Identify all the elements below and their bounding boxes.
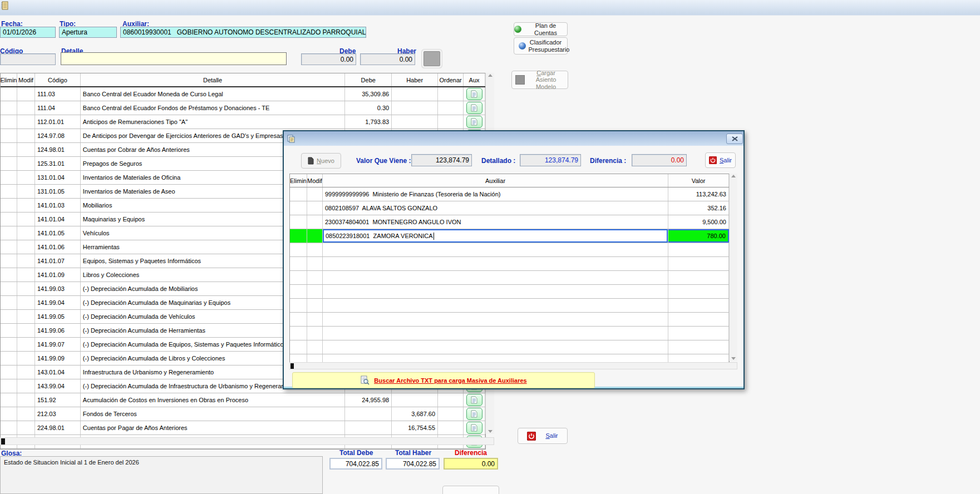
tipo-input[interactable]: Apertura <box>59 27 117 38</box>
cell <box>1 240 17 254</box>
cell <box>290 215 307 229</box>
table-row[interactable]: 111.04Banco Central del Ecuador Fondos d… <box>1 101 485 115</box>
aux-cell <box>464 407 485 421</box>
table-row[interactable]: 212.03Fondos de Terceros3,687.60 <box>1 407 485 421</box>
cell <box>17 352 35 365</box>
cell <box>17 185 35 198</box>
nuevo-button[interactable]: Nuevo <box>301 153 341 169</box>
buscar-txt-bar[interactable]: Buscar Archivo TXT para carga Masiva de … <box>292 372 595 388</box>
scroll-up-icon <box>488 74 493 77</box>
cell <box>17 254 35 268</box>
table-row[interactable]: 151.92Acumulación de Costos en Inversion… <box>1 393 485 407</box>
main-hscrollbar[interactable] <box>0 437 494 445</box>
cell: Banco Central del Ecuador Fondos de Prés… <box>81 101 345 115</box>
cell: 24,955.98 <box>345 393 392 407</box>
aux-button[interactable] <box>466 88 482 100</box>
modal-salir-button[interactable]: Salir <box>705 152 736 168</box>
doc-icon <box>471 118 477 126</box>
glosa-textarea[interactable]: Estado de Situacion Inicial al 1 de Ener… <box>0 456 323 494</box>
cell: 16,754.55 <box>392 421 438 434</box>
cell: 141.99.04 <box>35 296 81 309</box>
cell <box>1 421 17 434</box>
cell <box>1 199 17 212</box>
close-icon <box>732 136 738 141</box>
clasificador-label: Clasificador Presupuestario <box>529 39 563 53</box>
cell <box>1 87 17 101</box>
cell <box>17 87 35 101</box>
doc-icon <box>471 396 477 404</box>
active-row-input[interactable]: 0850223918001 ZAMORA VERONICA <box>323 229 668 243</box>
cargar-asiento-button[interactable]: Cargar Asiento Modelo <box>511 71 568 89</box>
modal-vscrollbar[interactable] <box>729 174 737 361</box>
partial-button-cropped[interactable] <box>442 486 499 494</box>
cell: 141.01.03 <box>35 199 81 212</box>
cell <box>17 393 35 407</box>
main-col-header: Código <box>35 73 81 86</box>
salir-button[interactable]: Salir <box>518 428 568 444</box>
cell: Anticipos de Remuneraciones Tipo "A" <box>81 115 345 129</box>
diferencia-label: Diferencia <box>455 449 487 457</box>
green-sphere-icon <box>514 26 521 33</box>
modal-table-row[interactable]: 0802108597 ALAVA SALTOS GONZALO352.16 <box>290 201 729 215</box>
buscar-txt-link[interactable]: Buscar Archivo TXT para carga Masiva de … <box>374 377 526 384</box>
gray-square-button[interactable] <box>423 51 440 66</box>
hscroll-thumb[interactable] <box>1 438 5 444</box>
main-col-header: Elimin <box>1 73 17 86</box>
cell <box>1 407 17 421</box>
cell <box>438 393 464 407</box>
total-debe-label: Total Debe <box>339 449 373 457</box>
cell <box>1 129 17 142</box>
power-icon <box>527 432 536 441</box>
table-row[interactable]: 224.98.01Cuentas por Pagar de Años Anter… <box>1 421 485 435</box>
modal-hscroll-thumb[interactable] <box>290 363 294 369</box>
modal-hscrollbar[interactable] <box>289 362 737 369</box>
cell <box>392 101 438 115</box>
cell <box>438 407 464 421</box>
table-row[interactable]: 111.03Banco Central del Ecuador Moneda d… <box>1 87 485 101</box>
aux-button[interactable] <box>466 394 482 406</box>
modal-col-header: Auxiliar <box>323 174 668 187</box>
cell <box>290 243 307 256</box>
cell <box>392 393 438 407</box>
table-row[interactable]: 112.01.01Anticipos de Remuneraciones Tip… <box>1 115 485 129</box>
cell <box>17 101 35 115</box>
cell: 125.31.01 <box>35 157 81 170</box>
cell <box>668 285 729 298</box>
plan-de-cuentas-button[interactable]: Plan de Cuentas <box>514 22 568 36</box>
aux-button[interactable] <box>466 102 482 114</box>
cell <box>307 229 323 243</box>
cell <box>1 268 17 281</box>
cell <box>290 257 307 270</box>
aux-button[interactable] <box>466 116 482 128</box>
valor-que-viene-value: 123,874.79 <box>411 154 472 166</box>
detalle-input[interactable] <box>61 52 287 65</box>
fecha-input[interactable]: 01/01/2026 <box>0 27 56 38</box>
cell <box>438 115 464 129</box>
cell: 212.03 <box>35 407 81 421</box>
modal-table-row-empty <box>290 299 729 313</box>
cell <box>17 407 35 421</box>
clasificador-button[interactable]: Clasificador Presupuestario <box>514 37 568 55</box>
modal-table-row[interactable]: 9999999999996 Ministerio de Finanzas (Te… <box>290 187 729 201</box>
cell <box>1 282 17 295</box>
cell: 224.98.01 <box>35 421 81 434</box>
debe-input[interactable]: 0.00 <box>301 53 356 65</box>
cell <box>323 327 668 340</box>
detallado-value: 123,874.79 <box>520 154 581 166</box>
auxiliar-input[interactable]: 0860019930001 GOBIERNO AUTONOMO DESCENTR… <box>120 27 366 38</box>
modal-table-row-active[interactable]: 0850223918001 ZAMORA VERONICA780.00 <box>290 229 729 243</box>
modal-table-row[interactable]: 2300374804001 MONTENEGRO ANGULO IVON9,50… <box>290 215 729 229</box>
aux-button[interactable] <box>466 422 482 434</box>
cell <box>307 327 323 340</box>
codigo-input[interactable] <box>0 53 56 65</box>
aux-button[interactable] <box>466 408 482 420</box>
cell: Acumulación de Costos en Inversiones en … <box>81 393 345 407</box>
close-button[interactable] <box>726 134 743 144</box>
cell: 0.30 <box>345 101 392 115</box>
cell <box>323 313 668 326</box>
haber-input[interactable]: 0.00 <box>360 53 415 65</box>
cell <box>668 257 729 270</box>
modal-table-row-empty <box>290 285 729 299</box>
modal-salir-label: Salir <box>720 157 732 164</box>
modal-scroll-down-icon <box>731 357 736 360</box>
